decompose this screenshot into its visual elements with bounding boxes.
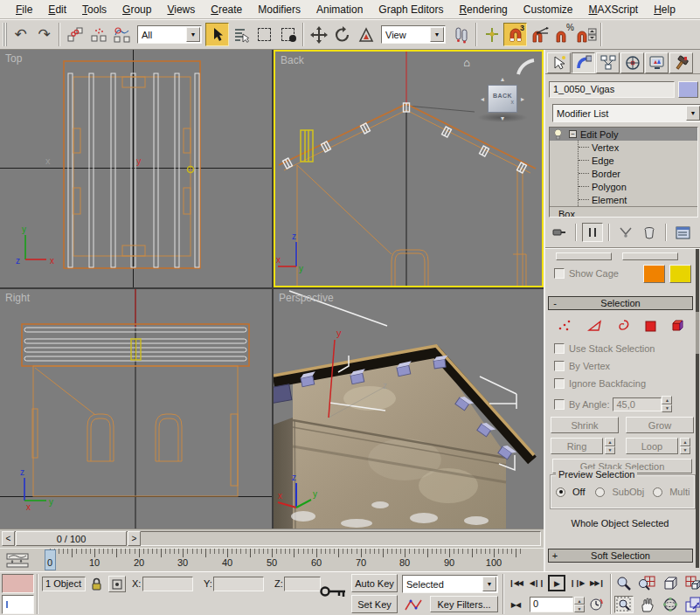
percent-snap-toggle-button[interactable]: % [551,23,574,46]
dropdown-arrow-icon[interactable]: ▼ [186,27,200,42]
pan-button[interactable] [637,596,656,613]
select-and-move-button[interactable] [307,23,330,46]
y-coordinate-field[interactable] [213,577,264,591]
set-key-button[interactable]: Set Key [351,595,398,613]
undo-button[interactable]: ↶ [9,23,32,46]
viewport-right[interactable]: z y x Right [0,289,272,529]
mini-curve-editor-icon[interactable] [5,553,31,569]
time-configuration-icon[interactable] [589,597,605,612]
viewport-right-label[interactable]: Right [5,292,30,304]
by-vertex-checkbox[interactable] [554,361,565,371]
modifier-stack[interactable]: − Edit Poly Vertex Edge Border Polygon E… [549,127,698,218]
pin-stack-button[interactable] [549,223,570,242]
show-end-result-button[interactable] [582,223,603,242]
menu-rendering[interactable]: Rendering [452,2,514,17]
select-and-rotate-button[interactable] [330,23,354,46]
cutoff-button-right[interactable] [622,252,678,260]
viewport-top-label[interactable]: Top [5,52,22,65]
bind-to-space-warp-button[interactable] [110,23,134,46]
make-unique-button[interactable] [615,223,636,242]
maxscript-mini-listener-pink[interactable] [2,574,34,593]
angle-snap-toggle-button[interactable] [527,23,551,46]
maxscript-mini-listener-white[interactable] [2,595,34,614]
lightbulb-icon[interactable] [553,128,563,140]
set-keys-key-icon[interactable] [320,583,348,600]
zoom-extents-all-button[interactable] [683,575,700,592]
stack-item-vertex[interactable]: Vertex [579,141,697,154]
configure-modifier-sets-button[interactable] [672,223,693,242]
select-by-name-button[interactable] [229,23,253,46]
time-slider-prev-button[interactable]: < [2,531,15,546]
zoom-extents-button[interactable] [661,575,680,592]
stack-item-polygon[interactable]: Polygon [579,180,697,193]
dropdown-arrow-icon[interactable]: ▼ [430,27,444,42]
redo-button[interactable]: ↷ [32,23,56,46]
viewcube-arrow-down-icon[interactable]: ▾ [501,114,504,122]
stack-item-element[interactable]: Element [579,193,697,206]
min-max-toggle-button[interactable] [683,596,700,613]
viewport-perspective[interactable]: y z z x y Perspective [274,289,544,529]
absolute-offset-mode-toggle[interactable] [108,576,126,592]
viewcube-arrow-right-icon[interactable]: ▸ [521,95,524,103]
previous-frame-button[interactable]: ◀❙❙ [528,575,545,591]
rectangular-selection-region-button[interactable] [253,23,276,46]
frame-spinner[interactable]: ▲▼ [574,597,585,612]
shrink-button[interactable]: Shrink [551,417,619,433]
viewcube-arrow-up-icon[interactable]: ▴ [501,75,504,83]
zoom-all-button[interactable] [637,575,656,592]
current-frame-field[interactable]: 0 [530,597,573,612]
tab-create[interactable] [547,52,571,73]
dropdown-arrow-icon[interactable]: ▼ [686,106,700,121]
cage-color-swatch-2[interactable] [669,265,691,283]
panel-scrollbar-thumb[interactable] [696,312,699,354]
menu-help[interactable]: Help [647,2,683,17]
region-zoom-button[interactable] [614,596,634,613]
select-and-link-button[interactable] [63,23,87,46]
time-slider-thumb[interactable]: 0 / 100 [16,531,127,546]
object-color-swatch[interactable] [678,81,698,98]
select-object-button[interactable] [205,23,229,46]
preview-multi-radio[interactable] [653,487,662,497]
stack-item-edge[interactable]: Edge [579,154,697,167]
key-mode-toggle-button[interactable]: ▶◀ [507,597,524,613]
viewport-perspective-label[interactable]: Perspective [279,292,334,304]
selection-filter-dropdown[interactable]: All ▼ [137,25,202,44]
by-angle-spinner[interactable]: ▲▼ [662,396,672,412]
unlink-selection-button[interactable] [87,23,110,46]
arc-rotate-button[interactable] [661,596,680,613]
menu-modifiers[interactable]: Modifiers [251,2,308,17]
viewport-top[interactable]: x y y z x Top [0,50,272,287]
tab-display[interactable] [645,52,669,73]
menu-animation[interactable]: Animation [309,2,370,17]
time-slider-next-button[interactable]: > [128,531,141,546]
border-subobject-icon[interactable] [617,319,631,333]
x-coordinate-field[interactable] [142,577,193,591]
menu-edit[interactable]: Edit [41,2,73,17]
menu-customize[interactable]: Customize [516,2,580,17]
use-stack-selection-checkbox[interactable] [554,343,565,354]
tab-modify[interactable] [572,52,595,73]
stack-item-border[interactable]: Border [579,167,697,180]
element-subobject-icon[interactable] [671,319,687,333]
window-crossing-toggle-button[interactable] [276,23,300,46]
preview-off-radio[interactable] [556,487,565,497]
zoom-button[interactable] [614,575,634,592]
vertex-subobject-icon[interactable] [558,319,573,333]
loop-button[interactable]: Loop [626,438,678,454]
go-to-end-button[interactable]: ▶▶❙ [588,575,606,591]
modifier-list-dropdown[interactable]: Modifier List ▼ [552,104,700,122]
menu-create[interactable]: Create [204,2,249,17]
collapse-stack-icon[interactable]: − [569,130,577,138]
go-to-start-button[interactable]: ❙◀◀ [507,575,524,591]
menu-graph-editors[interactable]: Graph Editors [371,2,450,17]
tab-hierarchy[interactable] [596,52,620,73]
menu-views[interactable]: Views [160,2,202,17]
dropdown-arrow-icon[interactable]: ▼ [482,577,496,591]
viewport-back-active[interactable]: z x y Back ⌂ BACK x ◂ ▸ ▴ ▾ [274,50,544,287]
soft-selection-rollout-header[interactable]: + Soft Selection [548,549,693,563]
stack-item-box[interactable]: Box [550,206,697,218]
track-bar-ruler[interactable]: 0 10 20 30 40 50 60 70 80 90 100 [37,549,523,572]
default-in-out-tangents-icon[interactable] [404,598,423,613]
z-coordinate-field[interactable] [284,577,321,591]
viewcube[interactable]: BACK x [488,85,517,113]
